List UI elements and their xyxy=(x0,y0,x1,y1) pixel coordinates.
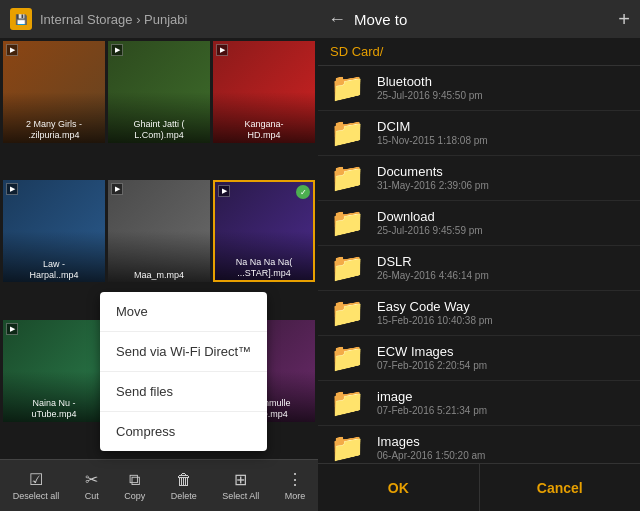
folder-item-dslr[interactable]: 📁 DSLR 26-May-2016 4:46:14 pm xyxy=(318,246,640,291)
folder-item-images[interactable]: 📁 Images 06-Apr-2016 1:50:20 am xyxy=(318,426,640,463)
deselect-label: Deselect all xyxy=(13,491,60,501)
folder-name-ecw-images: ECW Images xyxy=(377,344,628,359)
copy-icon: ⧉ xyxy=(129,471,140,489)
more-label: More xyxy=(285,491,306,501)
film-icon-2: ▶ xyxy=(111,44,123,56)
folder-date-image: 07-Feb-2016 5:21:34 pm xyxy=(377,405,628,416)
context-move[interactable]: Move xyxy=(100,292,267,332)
right-panel: ← Move to + SD Card/ 📁 Bluetooth 25-Jul-… xyxy=(318,0,640,511)
deselect-icon: ☑ xyxy=(29,470,43,489)
folder-item-download[interactable]: 📁 Download 25-Jul-2016 9:45:59 pm xyxy=(318,201,640,246)
folder-list: 📁 Bluetooth 25-Jul-2016 9:45:50 pm 📁 DCI… xyxy=(318,66,640,463)
folder-date-dslr: 26-May-2016 4:46:14 pm xyxy=(377,270,628,281)
folder-item-easy-code-way[interactable]: 📁 Easy Code Way 15-Feb-2016 10:40:38 pm xyxy=(318,291,640,336)
folder-name-easy-code-way: Easy Code Way xyxy=(377,299,628,314)
folder-item-documents[interactable]: 📁 Documents 31-May-2016 2:39:06 pm xyxy=(318,156,640,201)
folder-date-documents: 31-May-2016 2:39:06 pm xyxy=(377,180,628,191)
thumb-label-1: 2 Many Girls -.zilpuria.mp4 xyxy=(24,117,84,143)
thumb-label-2: Ghaint Jatti (L.Com).mp4 xyxy=(131,117,186,143)
ok-button[interactable]: OK xyxy=(318,464,480,511)
folder-icon-image: 📁 xyxy=(330,389,365,417)
folder-date-ecw-images: 07-Feb-2016 2:20:54 pm xyxy=(377,360,628,371)
copy-label: Copy xyxy=(124,491,145,501)
folder-name-images: Images xyxy=(377,434,628,449)
thumb-label-7: Naina Nu -uTube.mp4 xyxy=(29,396,78,422)
delete-label: Delete xyxy=(171,491,197,501)
film-icon-1: ▶ xyxy=(6,44,18,56)
folder-icon-ecw-images: 📁 xyxy=(330,344,365,372)
folder-name-bluetooth: Bluetooth xyxy=(377,74,628,89)
video-thumb-5[interactable]: ▶ Maa_m.mp4 xyxy=(108,180,210,282)
folder-name-dcim: DCIM xyxy=(377,119,628,134)
folder-name-download: Download xyxy=(377,209,628,224)
back-button[interactable]: ← xyxy=(328,9,346,30)
film-icon-5: ▶ xyxy=(111,183,123,195)
folder-icon-easy-code-way: 📁 xyxy=(330,299,365,327)
select-all-button[interactable]: ⊞ Select All xyxy=(216,466,265,505)
folder-name-image: image xyxy=(377,389,628,404)
video-thumb-6[interactable]: ✓ ▶ Na Na Na Na(...STAR].mp4 xyxy=(213,180,315,282)
context-menu: Move Send via Wi-Fi Direct™ Send files C… xyxy=(100,292,267,451)
cut-button[interactable]: ✂ Cut xyxy=(79,466,105,505)
folder-item-dcim[interactable]: 📁 DCIM 15-Nov-2015 1:18:08 pm xyxy=(318,111,640,156)
deselect-all-button[interactable]: ☑ Deselect all xyxy=(7,466,66,505)
folder-item-image[interactable]: 📁 image 07-Feb-2016 5:21:34 pm xyxy=(318,381,640,426)
select-all-label: Select All xyxy=(222,491,259,501)
move-to-title: Move to xyxy=(354,11,407,28)
breadcrumb: Internal Storage › Punjabi xyxy=(40,12,187,27)
left-panel: 💾 Internal Storage › Punjabi ▶ 2 Many Gi… xyxy=(0,0,318,511)
thumb-label-4: Law -Harpal..mp4 xyxy=(27,257,80,283)
folder-name-documents: Documents xyxy=(377,164,628,179)
left-header: 💾 Internal Storage › Punjabi xyxy=(0,0,318,38)
folder-icon-dslr: 📁 xyxy=(330,254,365,282)
folder-item-ecw-images[interactable]: 📁 ECW Images 07-Feb-2016 2:20:54 pm xyxy=(318,336,640,381)
context-compress[interactable]: Compress xyxy=(100,412,267,451)
folder-date-download: 25-Jul-2016 9:45:59 pm xyxy=(377,225,628,236)
film-icon-6: ▶ xyxy=(218,185,230,197)
folder-icon-documents: 📁 xyxy=(330,164,365,192)
folder-date-dcim: 15-Nov-2015 1:18:08 pm xyxy=(377,135,628,146)
check-icon-6: ✓ xyxy=(296,185,310,199)
current-path: SD Card/ xyxy=(318,38,640,66)
thumb-label-3: Kangana-HD.mp4 xyxy=(242,117,285,143)
folder-date-bluetooth: 25-Jul-2016 9:45:50 pm xyxy=(377,90,628,101)
folder-date-easy-code-way: 15-Feb-2016 10:40:38 pm xyxy=(377,315,628,326)
more-icon: ⋮ xyxy=(287,470,303,489)
video-thumb-7[interactable]: ▶ Naina Nu -uTube.mp4 xyxy=(3,320,105,422)
context-send-files[interactable]: Send files xyxy=(100,372,267,412)
move-header: ← Move to + xyxy=(318,0,640,38)
folder-date-images: 06-Apr-2016 1:50:20 am xyxy=(377,450,628,461)
video-thumb-3[interactable]: ▶ Kangana-HD.mp4 xyxy=(213,41,315,143)
video-thumb-1[interactable]: ▶ 2 Many Girls -.zilpuria.mp4 xyxy=(3,41,105,143)
folder-item-bluetooth[interactable]: 📁 Bluetooth 25-Jul-2016 9:45:50 pm xyxy=(318,66,640,111)
cancel-button[interactable]: Cancel xyxy=(480,464,641,511)
select-all-icon: ⊞ xyxy=(234,470,247,489)
cut-label: Cut xyxy=(85,491,99,501)
folder-icon-images: 📁 xyxy=(330,434,365,462)
thumb-label-6: Na Na Na Na(...STAR].mp4 xyxy=(234,255,295,281)
folder-icon-bluetooth: 📁 xyxy=(330,74,365,102)
film-icon-7: ▶ xyxy=(6,323,18,335)
video-thumb-2[interactable]: ▶ Ghaint Jatti (L.Com).mp4 xyxy=(108,41,210,143)
cut-icon: ✂ xyxy=(85,470,98,489)
action-buttons: OK Cancel xyxy=(318,463,640,511)
delete-icon: 🗑 xyxy=(176,471,192,489)
folder-icon-download: 📁 xyxy=(330,209,365,237)
add-folder-button[interactable]: + xyxy=(618,8,630,31)
folder-name-dslr: DSLR xyxy=(377,254,628,269)
move-header-left: ← Move to xyxy=(328,9,407,30)
storage-icon: 💾 xyxy=(10,8,32,30)
video-thumb-4[interactable]: ▶ Law -Harpal..mp4 xyxy=(3,180,105,282)
delete-button[interactable]: 🗑 Delete xyxy=(165,467,203,505)
film-icon-3: ▶ xyxy=(216,44,228,56)
folder-icon-dcim: 📁 xyxy=(330,119,365,147)
more-button[interactable]: ⋮ More xyxy=(279,466,312,505)
copy-button[interactable]: ⧉ Copy xyxy=(118,467,151,505)
context-wifi-direct[interactable]: Send via Wi-Fi Direct™ xyxy=(100,332,267,372)
thumb-label-5: Maa_m.mp4 xyxy=(132,268,186,283)
film-icon-4: ▶ xyxy=(6,183,18,195)
bottom-toolbar: ☑ Deselect all ✂ Cut ⧉ Copy 🗑 Delete ⊞ S… xyxy=(0,459,318,511)
